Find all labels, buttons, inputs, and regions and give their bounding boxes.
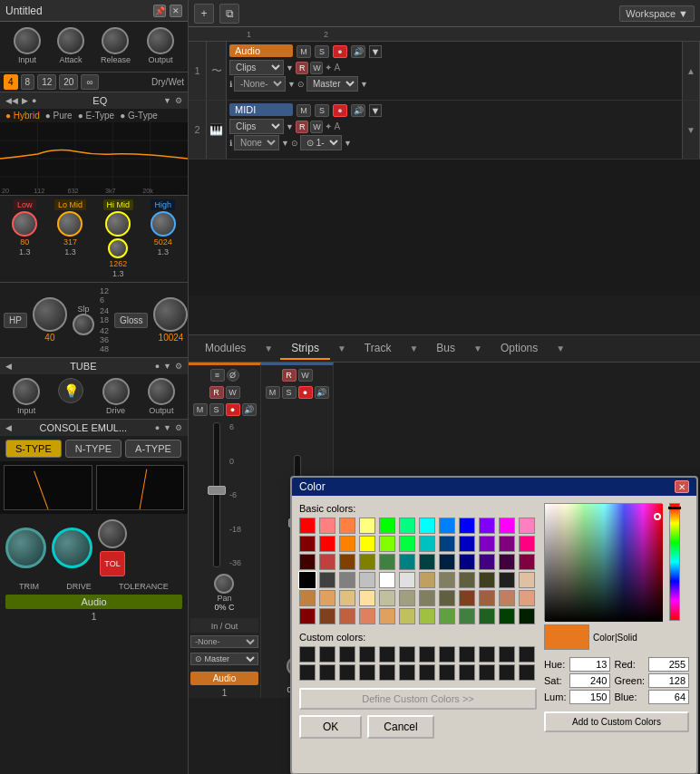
- clips-w-2[interactable]: W: [310, 121, 323, 133]
- basic-color-cell-6[interactable]: [419, 518, 435, 534]
- custom-color-cell-12[interactable]: [299, 664, 316, 681]
- clips-arrow-2[interactable]: ▼: [286, 122, 294, 131]
- hue-input[interactable]: [569, 657, 610, 672]
- basic-color-cell-53[interactable]: [399, 590, 415, 606]
- output-knob[interactable]: [147, 27, 174, 54]
- clips-select-2[interactable]: Clips: [229, 119, 284, 134]
- tube-menu-icon[interactable]: ▼: [163, 362, 171, 371]
- ratio-inf[interactable]: ∞: [81, 74, 98, 90]
- basic-color-cell-67[interactable]: [439, 608, 455, 624]
- basic-color-cell-22[interactable]: [499, 536, 515, 552]
- lum-input[interactable]: [569, 690, 610, 704]
- basic-color-cell-18[interactable]: [419, 536, 435, 552]
- filter-hp-knob[interactable]: [33, 297, 67, 332]
- strip2-r-btn[interactable]: R: [282, 369, 297, 382]
- none-select-2[interactable]: None: [234, 135, 279, 150]
- track-spkr-2[interactable]: 🔊: [351, 104, 365, 117]
- custom-color-cell-21[interactable]: [479, 664, 495, 681]
- basic-color-cell-29[interactable]: [399, 554, 415, 570]
- sat-input[interactable]: [569, 673, 610, 688]
- drive-knob[interactable]: [52, 527, 92, 568]
- basic-color-cell-7[interactable]: [439, 518, 455, 534]
- track-collapse-2[interactable]: ▼: [369, 104, 382, 117]
- basic-color-cell-20[interactable]: [459, 536, 475, 552]
- basic-color-cell-42[interactable]: [419, 572, 435, 588]
- tube-dot-icon[interactable]: ●: [155, 362, 160, 371]
- strip1-rec-btn[interactable]: ●: [226, 403, 240, 416]
- eq-dot-icon[interactable]: ●: [32, 96, 36, 105]
- basic-color-cell-37[interactable]: [319, 572, 335, 588]
- custom-color-cell-1[interactable]: [319, 646, 335, 663]
- basic-color-cell-64[interactable]: [379, 608, 395, 624]
- basic-color-cell-23[interactable]: [519, 536, 535, 552]
- basic-color-cell-46[interactable]: [499, 572, 515, 588]
- basic-color-cell-49[interactable]: [319, 590, 335, 606]
- basic-color-cell-71[interactable]: [519, 608, 535, 624]
- custom-color-cell-16[interactable]: [379, 664, 395, 681]
- strip1-s-btn[interactable]: S: [209, 403, 224, 416]
- strip2-rec-btn[interactable]: ●: [298, 386, 313, 399]
- ok-button[interactable]: OK: [299, 715, 362, 739]
- tube-input-knob[interactable]: [13, 378, 40, 405]
- clips-select-1[interactable]: Clips: [229, 60, 284, 75]
- define-custom-button[interactable]: Define Custom Colors >>: [299, 688, 537, 710]
- basic-color-cell-38[interactable]: [339, 572, 355, 588]
- basic-color-cell-28[interactable]: [379, 554, 395, 570]
- basic-color-cell-35[interactable]: [519, 554, 535, 570]
- basic-color-cell-8[interactable]: [459, 518, 475, 534]
- custom-color-cell-7[interactable]: [439, 646, 455, 663]
- basic-color-cell-47[interactable]: [519, 572, 535, 588]
- basic-color-cell-50[interactable]: [339, 590, 355, 606]
- options-arrow[interactable]: ▼: [556, 343, 565, 353]
- custom-color-cell-6[interactable]: [419, 646, 435, 663]
- basic-color-cell-70[interactable]: [499, 608, 515, 624]
- basic-color-cell-57[interactable]: [479, 590, 495, 606]
- ratio-8[interactable]: 8: [21, 74, 35, 90]
- strip1-phase-btn[interactable]: Ø: [227, 369, 239, 382]
- basic-color-cell-14[interactable]: [339, 536, 355, 552]
- basic-color-cell-62[interactable]: [339, 608, 355, 624]
- tol-button[interactable]: TOL: [100, 551, 125, 576]
- strip1-pan-knob[interactable]: [214, 574, 234, 594]
- basic-color-cell-4[interactable]: [379, 518, 395, 534]
- custom-color-cell-17[interactable]: [399, 664, 415, 681]
- track-collapse-1[interactable]: ▼: [369, 45, 382, 58]
- cancel-button[interactable]: Cancel: [367, 715, 433, 739]
- basic-color-cell-16[interactable]: [379, 536, 395, 552]
- custom-color-cell-15[interactable]: [359, 664, 375, 681]
- band-himid-q-knob[interactable]: [108, 238, 128, 258]
- eq-type-hybrid[interactable]: ● Hybrid: [5, 111, 40, 121]
- custom-color-cell-13[interactable]: [319, 664, 335, 681]
- basic-color-cell-26[interactable]: [339, 554, 355, 570]
- basic-color-cell-30[interactable]: [419, 554, 435, 570]
- master-arrow-2[interactable]: ▼: [344, 139, 352, 148]
- basic-color-cell-65[interactable]: [399, 608, 415, 624]
- console-back-icon[interactable]: ◀: [5, 423, 12, 432]
- attack-knob[interactable]: [57, 27, 84, 54]
- tube-back-icon[interactable]: ◀: [5, 362, 12, 371]
- input-knob[interactable]: [14, 27, 41, 54]
- tab-modules[interactable]: Modules: [194, 338, 257, 360]
- basic-color-cell-9[interactable]: [479, 518, 495, 534]
- custom-color-cell-14[interactable]: [339, 664, 355, 681]
- tolerance-small-knob[interactable]: [98, 519, 127, 548]
- strip2-spkr-btn[interactable]: 🔊: [315, 386, 329, 399]
- basic-color-cell-58[interactable]: [499, 590, 515, 606]
- filter-lp-knob[interactable]: [153, 297, 188, 332]
- strip1-eq-icon[interactable]: ≡: [210, 369, 225, 382]
- modules-arrow[interactable]: ▼: [264, 343, 273, 353]
- ratio-4[interactable]: 4: [4, 74, 18, 90]
- basic-color-cell-25[interactable]: [319, 554, 335, 570]
- basic-color-cell-0[interactable]: [299, 518, 316, 534]
- custom-color-cell-19[interactable]: [439, 664, 455, 681]
- basic-color-cell-24[interactable]: [299, 554, 316, 570]
- slp-knob[interactable]: [73, 314, 94, 335]
- console-settings-icon[interactable]: ⚙: [175, 423, 182, 432]
- strip1-spkr-btn[interactable]: 🔊: [242, 403, 257, 416]
- basic-color-cell-19[interactable]: [439, 536, 455, 552]
- tube-output-knob[interactable]: [148, 378, 175, 405]
- basic-color-cell-51[interactable]: [359, 590, 375, 606]
- clone-track-button[interactable]: ⧉: [219, 4, 239, 24]
- strip1-fader-thumb[interactable]: [208, 486, 226, 495]
- custom-color-cell-3[interactable]: [359, 646, 375, 663]
